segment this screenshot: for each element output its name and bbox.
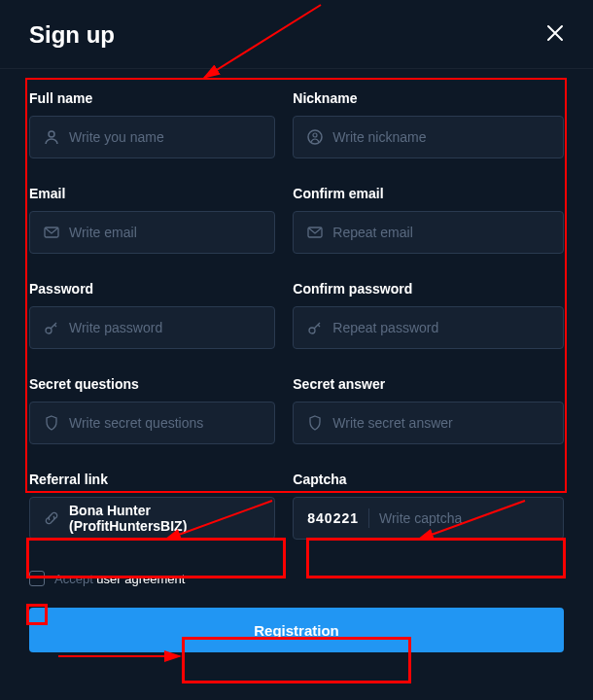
secret-questions-input[interactable] [69, 402, 261, 443]
fullname-label: Full name [29, 90, 275, 106]
field-secret-questions: Secret questions [29, 376, 275, 444]
field-grid: Full name Nickname Email [29, 81, 564, 549]
secret-answer-input-wrap[interactable] [293, 402, 564, 444]
user-circle-icon [307, 129, 323, 145]
shield-icon [307, 415, 323, 431]
shield-icon [44, 415, 59, 431]
fullname-input[interactable] [69, 117, 261, 158]
secret-questions-label: Secret questions [29, 376, 275, 392]
nickname-input-wrap[interactable] [293, 116, 564, 158]
confirm-password-label: Confirm password [293, 281, 564, 297]
referral-display: Bona Hunter (ProfitHuntersBIZ) [29, 497, 275, 540]
field-confirm-password: Confirm password [293, 281, 564, 349]
mail-icon [44, 225, 59, 240]
captcha-label: Captcha [293, 472, 564, 487]
field-email: Email [29, 186, 275, 254]
captcha-input[interactable] [379, 498, 549, 539]
captcha-code: 840221 [307, 510, 359, 526]
modal-header: Sign up [0, 0, 593, 69]
user-agreement-link[interactable]: user agreement [96, 572, 185, 586]
email-input-wrap[interactable] [29, 211, 275, 254]
page-title: Sign up [29, 21, 115, 49]
confirm-password-input[interactable] [332, 307, 549, 348]
close-button[interactable] [546, 24, 564, 46]
mail-icon [307, 225, 323, 240]
email-input[interactable] [69, 212, 261, 253]
field-referral: Referral link Bona Hunter (ProfitHunters… [29, 472, 275, 540]
confirm-email-input[interactable] [332, 212, 549, 253]
email-label: Email [29, 186, 275, 201]
field-captcha: Captcha 840221 [293, 472, 564, 540]
password-label: Password [29, 281, 275, 297]
agreement-text: Accept user agreement [54, 572, 185, 586]
link-icon [44, 510, 59, 526]
password-input-wrap[interactable] [29, 306, 275, 349]
svg-point-2 [313, 133, 317, 137]
agreement-checkbox[interactable] [29, 571, 45, 586]
secret-answer-label: Secret answer [293, 376, 564, 392]
referral-label: Referral link [29, 472, 275, 487]
field-password: Password [29, 281, 275, 349]
key-icon [307, 320, 323, 335]
nickname-label: Nickname [293, 90, 564, 106]
registration-button[interactable]: Registration [29, 608, 564, 652]
svg-point-0 [49, 131, 54, 137]
secret-answer-input[interactable] [332, 402, 549, 443]
field-secret-answer: Secret answer [293, 376, 564, 444]
field-fullname: Full name [29, 90, 275, 158]
confirm-password-input-wrap[interactable] [293, 306, 564, 349]
nickname-input[interactable] [332, 117, 549, 158]
user-icon [44, 129, 59, 145]
close-icon [546, 24, 564, 42]
secret-questions-input-wrap[interactable] [29, 402, 275, 444]
captcha-divider [368, 508, 369, 528]
key-icon [44, 320, 59, 335]
password-input[interactable] [69, 307, 261, 348]
agreement-row: Accept user agreement [29, 571, 564, 586]
form-body: Full name Nickname Email [0, 69, 593, 662]
confirm-email-input-wrap[interactable] [293, 211, 564, 254]
fullname-input-wrap[interactable] [29, 116, 275, 158]
captcha-input-wrap[interactable]: 840221 [293, 497, 564, 540]
referral-value: Bona Hunter (ProfitHuntersBIZ) [69, 503, 261, 534]
agreement-prefix: Accept [54, 572, 96, 586]
field-confirm-email: Confirm email [293, 186, 564, 254]
field-nickname: Nickname [293, 90, 564, 158]
confirm-email-label: Confirm email [293, 186, 564, 201]
